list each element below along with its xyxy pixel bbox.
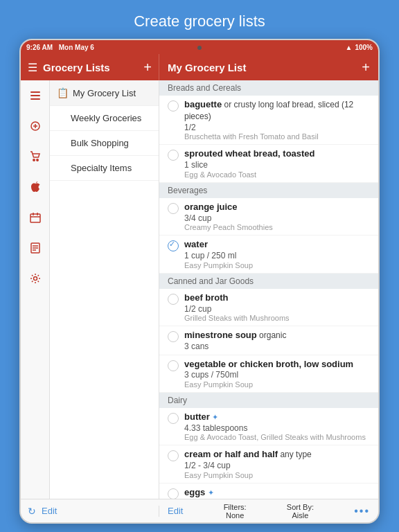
list-item-my-grocery[interactable]: 📋 My Grocery List (50, 80, 159, 106)
item-checkbox[interactable] (168, 331, 179, 342)
item-checkbox[interactable] (168, 413, 179, 424)
item-qty: 1/2 (184, 123, 370, 132)
item-name: water (184, 239, 370, 251)
my-grocery-list-title: My Grocery List (168, 62, 246, 73)
status-indicators: ▲ 100% (346, 44, 373, 51)
table-row[interactable]: vegetable or chicken broth, low sodium3 … (159, 355, 378, 393)
edit-button-right[interactable]: Edit (168, 506, 183, 516)
sidebar-icon-list[interactable] (26, 86, 45, 105)
item-qty: 1/2 - 3/4 cup (184, 461, 370, 470)
item-content: beef broth1/2 cupGrilled Steaks with Mus… (184, 292, 370, 323)
item-name: baguette or crusty long loaf bread, slic… (184, 99, 370, 123)
item-checkbox[interactable] (168, 450, 179, 461)
table-row[interactable]: eggs ✦5Egg & Avocado Toast, Quinoa Kale … (159, 484, 378, 499)
section-header: Breads and Cereals (159, 80, 378, 96)
item-name: beef broth (184, 292, 370, 304)
toolbar-left: ↻ Edit (21, 506, 159, 517)
grocery-list[interactable]: Breads and Cerealsbaguette or crusty lon… (159, 80, 378, 499)
sidebar-icon-gear[interactable] (26, 269, 45, 288)
item-content: water1 cup / 250 mlEasy Pumpkin Soup (184, 239, 370, 269)
item-name: sprouted wheat bread, toasted (184, 148, 370, 160)
table-row[interactable]: minestrone soup organic3 cans (159, 326, 378, 355)
item-qty: 3 cups / 750ml (184, 370, 370, 380)
item-name: cream or half and half any type (184, 449, 370, 461)
page-title: Create grocery lists (0, 0, 399, 39)
item-content: vegetable or chicken broth, low sodium3 … (184, 359, 370, 389)
list-item-weekly[interactable]: Weekly Groceries (50, 106, 159, 131)
status-time: 9:26 AM Mon May 6 (26, 44, 94, 51)
table-row[interactable]: cream or half and half any type1/2 - 3/4… (159, 445, 378, 483)
list-item-specialty[interactable]: Specialty Items (50, 156, 159, 181)
sidebar-icon-apple[interactable] (26, 177, 45, 197)
list-panel: 📋 My Grocery List Weekly Groceries Bulk … (50, 80, 159, 499)
item-content: baguette or crusty long loaf bread, slic… (184, 99, 370, 141)
sort-label: Sort By: Aisle (287, 503, 314, 520)
svg-point-7 (36, 159, 37, 161)
item-source: Easy Pumpkin Soup (184, 471, 370, 480)
sidebar-icon-note[interactable] (26, 238, 45, 258)
sidebar-icons (21, 80, 50, 499)
svg-point-6 (33, 159, 34, 161)
item-content: cream or half and half any type1/2 - 3/4… (184, 449, 370, 479)
item-source: Grilled Steaks with Mushrooms (184, 314, 370, 323)
item-source: Easy Pumpkin Soup (184, 261, 370, 270)
svg-rect-0 (30, 91, 40, 93)
bottom-toolbar: ↻ Edit Edit Filters: None Sort By: Aisle… (21, 499, 378, 522)
hamburger-icon[interactable]: ☰ (28, 61, 37, 74)
sidebar-icon-edit[interactable] (26, 116, 45, 136)
table-row[interactable]: baguette or crusty long loaf bread, slic… (159, 96, 378, 145)
item-checkbox[interactable] (168, 100, 179, 112)
item-content: sprouted wheat bread, toasted1 sliceEgg … (184, 148, 370, 179)
svg-rect-2 (30, 98, 40, 100)
svg-rect-8 (30, 214, 40, 222)
list-item-label: Weekly Groceries (71, 113, 141, 123)
item-checkbox[interactable] (168, 360, 179, 371)
add-list-button[interactable]: + (143, 60, 152, 76)
item-qty: 4.33 tablespoons (184, 423, 370, 433)
filters-label: Filters: None (224, 503, 247, 520)
item-checkbox[interactable] (168, 294, 179, 305)
list-item-label: Bulk Shopping (71, 138, 129, 148)
item-source: Egg & Avocado Toast, Grilled Steaks with… (184, 433, 370, 442)
item-qty: 1/2 cup (184, 304, 370, 314)
item-name: eggs ✦ (184, 487, 370, 499)
table-row[interactable]: orange juice3/4 cupCreamy Peach Smoothie… (159, 198, 378, 236)
item-checkbox[interactable] (168, 203, 179, 214)
table-row[interactable]: sprouted wheat bread, toasted1 sliceEgg … (159, 145, 378, 182)
item-checkbox[interactable] (168, 240, 179, 251)
item-content: minestrone soup organic3 cans (184, 330, 370, 351)
item-checkbox[interactable] (168, 488, 179, 499)
item-source: Bruschetta with Fresh Tomato and Basil (184, 132, 370, 141)
list-item-label: Specialty Items (71, 163, 132, 173)
app-header: ☰ Grocery Lists + My Grocery List + (21, 54, 378, 80)
toolbar-right: Edit Filters: None Sort By: Aisle ••• (159, 503, 378, 520)
item-name: vegetable or chicken broth, low sodium (184, 359, 370, 371)
item-qty: 1 cup / 250 ml (184, 251, 370, 260)
item-qty: 3 cans (184, 342, 370, 351)
list-item-bulk[interactable]: Bulk Shopping (50, 131, 159, 156)
edit-button-left[interactable]: Edit (42, 506, 57, 516)
battery-icon: 100% (355, 44, 373, 51)
more-button[interactable]: ••• (354, 505, 370, 517)
add-item-button[interactable]: + (362, 60, 370, 76)
item-qty: 3/4 cup (184, 213, 370, 223)
header-right: My Grocery List + (159, 54, 378, 80)
list-item-icon: 📋 (57, 87, 69, 98)
table-row[interactable]: beef broth1/2 cupGrilled Steaks with Mus… (159, 289, 378, 326)
item-checkbox[interactable] (168, 150, 179, 161)
svg-point-16 (33, 277, 37, 281)
table-row[interactable]: butter ✦4.33 tablespoonsEgg & Avocado To… (159, 408, 378, 445)
refresh-icon[interactable]: ↻ (28, 506, 36, 517)
sidebar-icon-calendar[interactable] (26, 208, 45, 227)
device-frame: 9:26 AM Mon May 6 ▲ 100% ☰ Grocery Lists… (19, 39, 380, 524)
section-header: Dairy (159, 393, 378, 408)
item-source: Egg & Avocado Toast (184, 170, 370, 179)
item-name: minestrone soup organic (184, 330, 370, 342)
item-name: orange juice (184, 202, 370, 213)
table-row[interactable]: water1 cup / 250 mlEasy Pumpkin Soup (159, 236, 378, 273)
main-content: 📋 My Grocery List Weekly Groceries Bulk … (21, 80, 378, 499)
camera-dot (197, 46, 202, 50)
section-header: Canned and Jar Goods (159, 274, 378, 289)
sidebar-icon-cart[interactable] (26, 147, 45, 166)
item-content: eggs ✦5Egg & Avocado Toast, Quinoa Kale … (184, 487, 370, 499)
